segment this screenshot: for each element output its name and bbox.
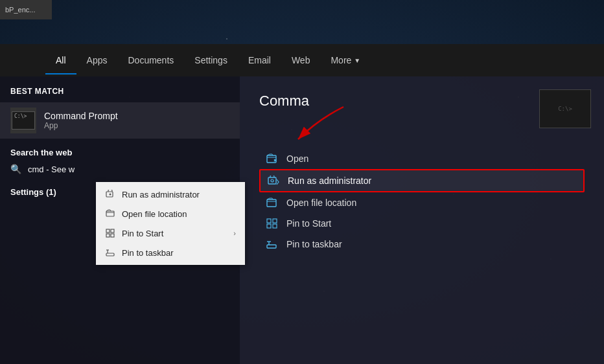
app-thumbnail: C:\>: [539, 89, 591, 128]
open-icon: [266, 154, 279, 164]
svg-point-12: [271, 179, 273, 182]
tab-web[interactable]: Web: [281, 46, 321, 74]
result-info: Command Prompt App: [44, 111, 229, 130]
svg-rect-16: [267, 224, 271, 228]
web-search-section: Search the web 🔍 cmd - See w: [0, 139, 240, 182]
file-location-icon-right: [266, 198, 279, 208]
tab-settings[interactable]: Settings: [184, 46, 238, 74]
right-menu-open[interactable]: Open: [259, 148, 585, 169]
context-menu-left: Run as administrator Open file location: [96, 182, 245, 265]
title-bar: bP_enc...: [0, 0, 52, 19]
file-location-icon: [105, 209, 115, 219]
right-panel: C:\> Comma Open: [240, 76, 604, 364]
search-icon: 🔍: [10, 164, 21, 174]
web-search-query: cmd - See w: [28, 165, 75, 174]
svg-rect-11: [268, 177, 276, 184]
tab-documents[interactable]: Documents: [117, 46, 184, 74]
svg-rect-13: [267, 199, 276, 207]
svg-rect-5: [106, 234, 110, 237]
submenu-arrow-icon: ›: [233, 229, 236, 237]
right-menu-file-location-label: Open file location: [286, 198, 356, 208]
svg-rect-2: [106, 211, 114, 216]
svg-rect-3: [106, 229, 110, 233]
tab-apps[interactable]: Apps: [76, 46, 118, 74]
web-search-item[interactable]: 🔍 cmd - See w: [10, 161, 229, 177]
svg-rect-6: [111, 234, 114, 237]
right-menu-open-label: Open: [286, 154, 308, 164]
right-menu-run-admin[interactable]: Run as administrator: [259, 169, 585, 192]
ctx-run-admin[interactable]: Run as administrator: [96, 185, 245, 204]
svg-rect-15: [273, 219, 277, 223]
right-menu-file-location[interactable]: Open file location: [259, 192, 585, 213]
pin-taskbar-icon-right: [266, 239, 279, 249]
pin-start-icon-right: [266, 218, 279, 229]
command-prompt-icon: [10, 108, 36, 133]
left-search-panel: Best match Command Prompt App Run as adm…: [0, 76, 240, 364]
ctx-pin-taskbar[interactable]: Pin to taskbar: [96, 243, 245, 262]
ctx-open-file-location[interactable]: Open file location: [96, 204, 245, 223]
cmd-thumbnail: [12, 111, 35, 130]
run-admin-icon: [105, 189, 115, 199]
tab-more[interactable]: More ▼: [320, 46, 371, 74]
result-name: Command Prompt: [44, 111, 229, 121]
result-command-prompt[interactable]: Command Prompt App: [0, 102, 240, 139]
right-menu-pin-start[interactable]: Pin to Start: [259, 213, 585, 234]
pin-start-icon: [105, 228, 115, 238]
chevron-down-icon: ▼: [354, 57, 360, 64]
svg-rect-7: [106, 253, 114, 256]
svg-rect-18: [267, 245, 276, 248]
ctx-open-file-label: Open file location: [122, 209, 236, 219]
right-menu-run-admin-label: Run as administrator: [288, 176, 371, 186]
right-menu-pin-start-label: Pin to Start: [286, 218, 331, 229]
ctx-pin-taskbar-label: Pin to taskbar: [122, 248, 236, 258]
svg-rect-10: [267, 155, 276, 163]
ctx-pin-start[interactable]: Pin to Start ›: [96, 223, 245, 243]
ctx-run-admin-label: Run as administrator: [122, 190, 236, 199]
web-search-text: cmd - See w: [28, 165, 75, 174]
best-match-label: Best match: [0, 87, 240, 102]
svg-rect-14: [267, 219, 271, 223]
title-bar-text: bP_enc...: [5, 6, 35, 14]
nav-tabs: All Apps Documents Settings Email Web Mo…: [0, 44, 604, 76]
ctx-pin-start-label: Pin to Start: [122, 229, 227, 238]
result-type: App: [44, 121, 229, 130]
right-menu-pin-taskbar-label: Pin to taskbar: [286, 239, 342, 249]
context-menu-right: Open Run as administrator: [259, 148, 585, 255]
svg-point-1: [110, 194, 111, 196]
svg-rect-4: [111, 229, 114, 233]
thumbnail-inner: C:\>: [540, 90, 590, 128]
tab-all[interactable]: All: [45, 46, 76, 74]
web-search-label: Search the web: [10, 148, 229, 157]
pin-taskbar-icon: [105, 247, 115, 258]
tab-email[interactable]: Email: [238, 46, 281, 74]
run-admin-icon-right: [267, 176, 280, 186]
right-panel-title: Comma: [259, 93, 585, 109]
right-menu-pin-taskbar[interactable]: Pin to taskbar: [259, 234, 585, 255]
svg-rect-17: [273, 224, 277, 228]
